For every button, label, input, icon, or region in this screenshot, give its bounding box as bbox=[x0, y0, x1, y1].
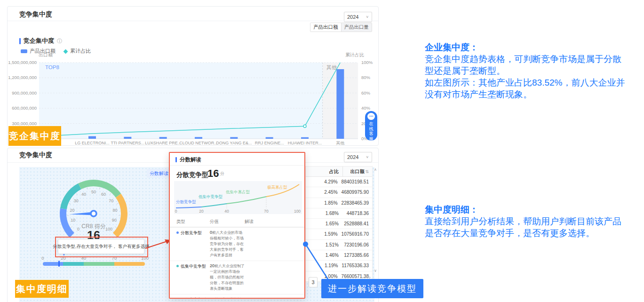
curve-label: 分散竞争型 bbox=[176, 199, 196, 204]
chart-legend: 产品出口额 累计占比 bbox=[21, 48, 91, 55]
interpret-model-button[interactable]: 进一步解读竞争模型 bbox=[321, 279, 423, 298]
bar-legend-swatch bbox=[21, 49, 27, 53]
gauge-tick-label: 80 bbox=[112, 208, 117, 213]
export-cell: 2528888.41 bbox=[342, 219, 372, 229]
left-axis-tick: 1,500,000,000 bbox=[8, 60, 37, 65]
chevron-down-icon: ∨ bbox=[366, 155, 369, 159]
x-axis-label: CLOUD NETWOR... bbox=[179, 141, 218, 145]
scroll-up-icon[interactable]: ∧ bbox=[374, 167, 377, 172]
cumulative-line bbox=[57, 63, 341, 135]
type-cell: 低集中寡占型 bbox=[176, 297, 210, 299]
x-axis-label: 其他 bbox=[336, 141, 344, 145]
column-header-export[interactable]: 出口额⇅ bbox=[343, 167, 372, 176]
scroll-down-icon[interactable]: ∨ bbox=[374, 269, 377, 273]
gauge-tick-label: 10 bbox=[71, 218, 75, 223]
table-row: 4.29%88403198.51 bbox=[306, 177, 372, 187]
export-cell: 1273385.66 bbox=[342, 250, 372, 260]
year-select-bottom[interactable]: 2024 ∨ bbox=[344, 152, 372, 162]
curve-label: 极高寡占型 bbox=[267, 185, 287, 190]
callout-connector bbox=[302, 241, 333, 284]
bar bbox=[301, 137, 309, 139]
popup-table-row: 低集中寡占型40前八大企业控制了相当比例的市场份额，市场集中度较高 bbox=[170, 294, 304, 299]
gauge-minor-tick bbox=[110, 193, 111, 195]
gauge-arc-segment bbox=[64, 186, 80, 209]
popup-type-table: 类型分值解读分散竞争型0前八大企业的市场份额相对较小，市场竞争较为分散，存在大量… bbox=[170, 217, 304, 299]
table-row: 1.68%448718.36 bbox=[306, 208, 372, 219]
right-axis-tick: 100% bbox=[361, 60, 373, 65]
scale-segment bbox=[114, 262, 145, 266]
export-cell: 10756916.70 bbox=[342, 229, 372, 239]
bottom-panel-title: 竞争集中度 bbox=[19, 151, 52, 159]
panel-competition-concentration-top: 竞争集中度 2024 ∨ 产品出口额 产品出口量 竞企集中度 ⓘ 产品出口额 累… bbox=[7, 6, 379, 146]
x-axis-label: TTI PARTNERS... bbox=[111, 141, 144, 145]
scale-label: 0 bbox=[41, 255, 44, 261]
annotation-body: 竞企集中度趋势表格，可判断竞争市场是属于分散 型还是属于垄断型。 如左图所示：其… bbox=[425, 53, 644, 100]
desc-cell: 前八大企业控制了相当比例的市场份额，市场集中度较高 bbox=[210, 297, 245, 299]
type-dot bbox=[176, 231, 179, 234]
annotation-title: 集中度明细： bbox=[425, 204, 644, 215]
popup-table-row: 低集中竞争型20前八大企业控制了一定比例的市场份额，但市场仍然相对分散，不存在明… bbox=[170, 261, 304, 294]
bar bbox=[159, 137, 167, 139]
divider bbox=[170, 165, 304, 166]
badge-competitor-concentration: 竞企集中度 bbox=[8, 126, 61, 146]
year-select-bottom-value: 2024 bbox=[347, 154, 358, 160]
x-axis-label: LG ELECTRONI... bbox=[75, 141, 110, 145]
table-row: 1.65%2528888.41 bbox=[306, 219, 372, 229]
scale-segment bbox=[84, 262, 114, 266]
legend-item-bar: 产品出口额 bbox=[21, 48, 56, 55]
share-cell: 1.65% bbox=[306, 219, 342, 229]
section-accent-bar bbox=[19, 38, 21, 44]
score-explain-popup: 分数解读 分散竞争型 16 分 分散竞争型低集中竞争型低集中寡占型极高寡占型02… bbox=[169, 152, 305, 299]
tab-export-amount[interactable]: 产品出口额 bbox=[310, 23, 342, 32]
left-axis-tick: 600,000,000 bbox=[12, 105, 37, 111]
export-cell: 22838465.39 bbox=[342, 198, 372, 208]
popup-score-unit: 分 bbox=[220, 171, 224, 177]
bar bbox=[195, 137, 202, 139]
section-accent-bar bbox=[175, 157, 177, 162]
bar bbox=[266, 137, 273, 139]
score-curve-chart: 分散竞争型低集中竞争型低集中寡占型极高寡占型0204070100 bbox=[174, 181, 302, 214]
scale-value-marker bbox=[58, 261, 60, 267]
info-icon[interactable]: ⓘ bbox=[57, 38, 62, 45]
region-top8 bbox=[39, 63, 323, 139]
tab-export-volume[interactable]: 产品出口量 bbox=[342, 23, 372, 32]
popup-table-header: 类型分值解读 bbox=[170, 217, 304, 227]
type-cell: 分散竞争型 bbox=[176, 230, 210, 258]
popup-table-row: 分散竞争型0前八大企业的市场份额相对较小，市场竞争较为分散，存在大量的竞争对手，… bbox=[170, 227, 304, 261]
export-cell: 7230196.06 bbox=[342, 240, 372, 250]
table-row: 1.59%10756916.70 bbox=[306, 229, 372, 239]
sort-icon[interactable]: ⇅ bbox=[365, 169, 369, 174]
annotation-block-detail: 集中度明细： 直接给到用户分析结果，帮助用户判断目前该产品 是否存在大量竞争对手… bbox=[425, 204, 644, 239]
table-header-row: 占比出口额⇅ bbox=[306, 167, 372, 177]
column-header-share: 占比 bbox=[306, 167, 343, 176]
export-cell: 46809975.90 bbox=[342, 187, 372, 197]
popup-column-header: 解读 bbox=[245, 219, 300, 225]
gauge-minor-tick bbox=[76, 193, 78, 195]
share-cell: 4.29% bbox=[306, 177, 342, 187]
screenshot-canvas: 竞争集中度 2024 ∨ 产品出口额 产品出口量 竞企集中度 ⓘ 产品出口额 累… bbox=[0, 0, 644, 302]
export-cell: 88403198.51 bbox=[342, 177, 372, 187]
gauge-tick-label: 60 bbox=[101, 192, 106, 197]
popup-score: 16 bbox=[207, 167, 219, 180]
gauge-tick-label: 30 bbox=[74, 199, 79, 203]
section-title: 竞企集中度 bbox=[24, 37, 54, 45]
gauge-tick-label: 90 bbox=[112, 218, 117, 223]
bar bbox=[88, 136, 96, 139]
bar bbox=[124, 137, 131, 139]
table-row: 1.85%22838465.39 bbox=[306, 198, 372, 208]
gauge-minor-tick bbox=[87, 188, 88, 190]
online-service-label: 在线客服 bbox=[369, 121, 374, 141]
region-other bbox=[323, 63, 358, 139]
popup-column-header: 分值 bbox=[210, 219, 245, 225]
table-row: 2.45%46809975.90 bbox=[306, 187, 372, 198]
gauge-result-tooltip: 分散竞争型,存在大量竞争对手， 客户有更多选择 bbox=[58, 239, 144, 254]
badge-concentration-detail: 集中度明细 bbox=[15, 280, 69, 298]
range-cell: 20前八大企业控制了一定比例的市场份额，但市场仍然相对分散，不存在明显的寡头垄断… bbox=[210, 263, 245, 292]
annotation-body: 直接给到用户分析结果，帮助用户判断目前该产品 是否存在大量竞争对手，是否有更多选… bbox=[425, 215, 644, 239]
scale-segment bbox=[63, 262, 83, 266]
legend-item-line: 累计占比 bbox=[64, 48, 91, 55]
curve-x-tick: 100 bbox=[294, 209, 301, 214]
share-cell: 1.68% bbox=[306, 208, 342, 218]
share-cell: 1.85% bbox=[306, 198, 342, 208]
online-service-widget[interactable]: ⋯ 在线客服 bbox=[365, 111, 377, 141]
